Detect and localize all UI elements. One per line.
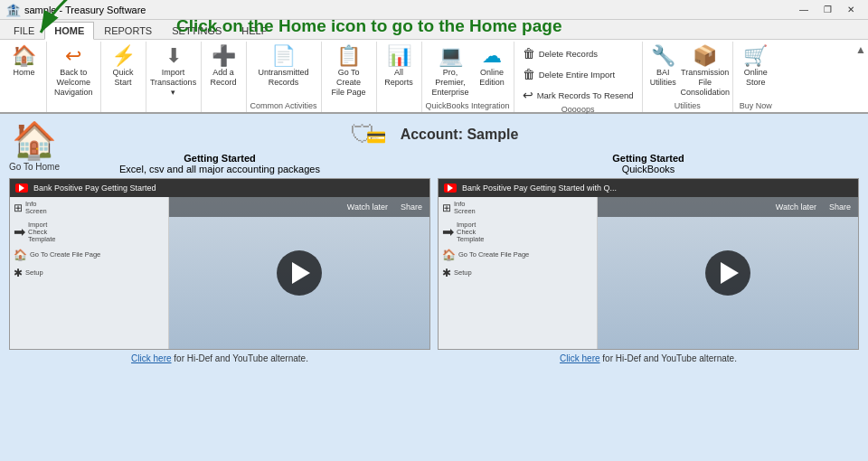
ribbon-group-add: ➕ Add aRecord bbox=[202, 42, 247, 112]
share-1[interactable]: Share bbox=[401, 202, 422, 212]
share-2[interactable]: Share bbox=[829, 202, 851, 212]
online-store-button[interactable]: 🛒 OnlineStore bbox=[740, 43, 772, 99]
import-transactions-button[interactable]: ⬇ ImportTransactions ▾ bbox=[150, 43, 197, 99]
close-button[interactable]: ✕ bbox=[839, 3, 863, 17]
sidebar-item-2-3: 🏠 Go To Create File Page bbox=[442, 249, 593, 261]
account-header: 🛡 💳 Account: Sample bbox=[0, 114, 868, 153]
youtube-logo-1 bbox=[15, 183, 28, 193]
ribbon-group-create: 📋 Go To CreateFile Page bbox=[322, 42, 377, 112]
watch-later-1[interactable]: Watch later bbox=[347, 202, 388, 212]
delete-records-button[interactable]: 🗑 Delete Records bbox=[518, 43, 638, 63]
home-button[interactable]: 🏠 Home bbox=[8, 43, 41, 99]
untransmitted-icon: 📄 bbox=[271, 46, 296, 66]
pay-shield-icon: 🛡 💳 bbox=[350, 119, 386, 149]
ribbon-group-home: 🏠 Home bbox=[2, 42, 47, 112]
add-icon: ➕ bbox=[212, 46, 236, 66]
store-icon: 🛒 bbox=[743, 46, 768, 66]
video-1-title-bar: Bank Positive Pay Getting Started bbox=[10, 179, 429, 197]
ribbon-group-back: ↩ Back toWelcomeNavigation bbox=[47, 42, 101, 112]
sidebar-item-1-3: 🏠 Go To Create File Page bbox=[14, 249, 165, 261]
ribbon-group-import: ⬇ ImportTransactions ▾ bbox=[146, 42, 202, 112]
home-icon: 🏠 bbox=[12, 46, 36, 66]
video-1-sidebar: ⊞ InfoScreen ➡ ImportCheckTemplate 🏠 Go … bbox=[10, 197, 169, 349]
ribbon-tab-row: FILE HOME REPORTS SETTINGS HELP bbox=[0, 20, 868, 40]
utilities-label: Utilities bbox=[675, 101, 701, 112]
sidebar-item-2-4: ✱ Setup bbox=[442, 267, 593, 279]
video-2-main: Watch later Share bbox=[598, 197, 858, 349]
pro-premier-button[interactable]: 💻 Pro, Premier,Enterprise bbox=[427, 43, 474, 99]
account-label: Account: Sample bbox=[401, 127, 519, 143]
video-1-title: Getting Started Excel, csv and all major… bbox=[119, 153, 320, 174]
tab-file[interactable]: FILE bbox=[4, 22, 44, 39]
back-icon: ↩ bbox=[65, 46, 81, 66]
window-controls: — ❐ ✕ bbox=[792, 3, 863, 17]
title-bar-title: sample - Treasury Software bbox=[24, 5, 146, 15]
restore-button[interactable]: ❐ bbox=[816, 3, 839, 17]
mark-icon: ↩ bbox=[523, 88, 533, 102]
ribbon: 🏠 Home ↩ Back toWelcomeNavigation ⚡ Quic… bbox=[0, 40, 868, 114]
sidebar-item-1-4: ✱ Setup bbox=[14, 267, 165, 279]
video-col-1: Getting Started Excel, csv and all major… bbox=[9, 153, 430, 461]
ribbon-group-ooooops: 🗑 Delete Records 🗑 Delete Entire Import … bbox=[514, 42, 643, 112]
common-activities-label: Common Activities bbox=[250, 101, 317, 112]
sidebar-item-2-1: ⊞ InfoScreen bbox=[442, 201, 593, 216]
main-content: 🏠 Go To Home 🛡 💳 Account: Sample Getting… bbox=[0, 114, 868, 461]
home-nav-icon: 🏠 bbox=[12, 119, 57, 162]
online-edition-button[interactable]: ☁ OnlineEdition bbox=[476, 43, 508, 99]
tab-help[interactable]: HELP bbox=[231, 22, 278, 39]
all-reports-button[interactable]: 📊 AllReports bbox=[381, 43, 417, 99]
quickstart-icon: ⚡ bbox=[111, 46, 136, 66]
sidebar-item-2-2: ➡ ImportCheckTemplate bbox=[442, 221, 593, 244]
ribbon-group-untransmitted: 📄 UntransmittedRecords Common Activities bbox=[247, 42, 322, 112]
video-2-title-bar: Bank Positive Pay Getting Started with Q… bbox=[439, 179, 858, 197]
reports-icon: 📊 bbox=[387, 46, 411, 66]
youtube-logo-2 bbox=[444, 183, 457, 193]
transmission-consolidation-button[interactable]: 📦 Transmission FileConsolidation bbox=[682, 43, 729, 99]
click-here-1[interactable]: Click here bbox=[131, 353, 171, 363]
video-col-2: Getting Started QuickBooks Bank Positive… bbox=[438, 153, 859, 461]
online-icon: ☁ bbox=[482, 46, 502, 66]
quick-start-button[interactable]: ⚡ QuickStart bbox=[107, 43, 139, 99]
sidebar-item-1-2: ➡ ImportCheckTemplate bbox=[14, 221, 165, 244]
video-2-footer: Click here for Hi-Def and YouTube altern… bbox=[560, 353, 737, 363]
delete-records-icon: 🗑 bbox=[523, 46, 535, 61]
ribbon-group-store: 🛒 OnlineStore Buy Now bbox=[733, 42, 778, 112]
minimize-button[interactable]: — bbox=[792, 3, 816, 17]
qb-label: QuickBooks Integration bbox=[426, 101, 510, 112]
click-here-2[interactable]: Click here bbox=[560, 353, 599, 363]
create-icon: 📋 bbox=[336, 46, 361, 66]
pro-icon: 💻 bbox=[439, 46, 463, 66]
video-2-thumb[interactable]: Bank Positive Pay Getting Started with Q… bbox=[438, 178, 859, 350]
mark-records-button[interactable]: ↩ Mark Records To Resend bbox=[518, 85, 638, 105]
go-to-home-nav[interactable]: 🏠 Go To Home bbox=[9, 119, 60, 172]
bai-utilities-button[interactable]: 🔧 BAIUtilities bbox=[646, 43, 680, 99]
go-to-create-file-button[interactable]: 📋 Go To CreateFile Page bbox=[326, 43, 373, 99]
back-to-welcome-button[interactable]: ↩ Back toWelcomeNavigation bbox=[51, 43, 97, 99]
video-1-thumb[interactable]: Bank Positive Pay Getting Started ⊞ Info… bbox=[9, 178, 430, 350]
ribbon-collapse-button[interactable]: ▲ bbox=[855, 43, 866, 56]
buy-now-label: Buy Now bbox=[740, 101, 772, 112]
tab-reports[interactable]: REPORTS bbox=[94, 22, 162, 39]
play-button-1[interactable] bbox=[277, 250, 322, 296]
video-2-title: Getting Started QuickBooks bbox=[612, 153, 684, 174]
ribbon-group-quickstart: ⚡ QuickStart bbox=[101, 42, 146, 112]
sidebar-item-1-1: ⊞ InfoScreen bbox=[14, 201, 165, 216]
ribbon-group-utilities: 🔧 BAIUtilities 📦 Transmission FileConsol… bbox=[643, 42, 733, 112]
bai-icon: 🔧 bbox=[651, 46, 675, 66]
untransmitted-records-button[interactable]: 📄 UntransmittedRecords bbox=[260, 43, 307, 99]
app-logo-icon: 🏦 bbox=[5, 3, 21, 17]
tab-settings[interactable]: SETTINGS bbox=[162, 22, 231, 39]
watch-later-2[interactable]: Watch later bbox=[776, 202, 816, 212]
delete-import-icon: 🗑 bbox=[523, 67, 535, 81]
add-record-button[interactable]: ➕ Add aRecord bbox=[207, 43, 241, 99]
tab-home[interactable]: HOME bbox=[44, 22, 94, 40]
title-bar: 🏦 sample - Treasury Software — ❐ ✕ bbox=[0, 0, 868, 20]
ribbon-group-allreports: 📊 AllReports bbox=[377, 42, 422, 112]
videos-section: Getting Started Excel, csv and all major… bbox=[0, 153, 868, 461]
transmission-icon: 📦 bbox=[693, 46, 717, 66]
delete-entire-import-button[interactable]: 🗑 Delete Entire Import bbox=[518, 64, 638, 84]
play-button-2[interactable] bbox=[705, 250, 750, 296]
import-icon: ⬇ bbox=[165, 46, 182, 66]
video-1-main: Watch later Share bbox=[169, 197, 429, 349]
ribbon-group-qb: 💻 Pro, Premier,Enterprise ☁ OnlineEditio… bbox=[422, 42, 514, 112]
